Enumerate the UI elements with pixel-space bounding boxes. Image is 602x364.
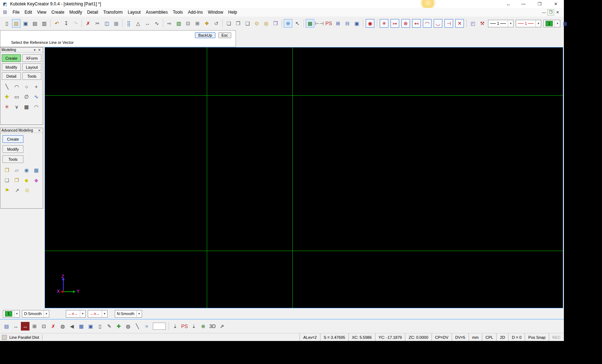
fillet-icon[interactable]: ◠ (32, 103, 41, 111)
modeling-layout-button[interactable]: Layout (22, 63, 41, 71)
modeling-modify-button[interactable]: Modify (2, 63, 21, 71)
menu-transform[interactable]: Transform (101, 8, 125, 16)
paste-icon[interactable]: ▦ (112, 19, 120, 28)
rectangle-create-icon[interactable]: ▭ (12, 93, 21, 101)
grid-snap-icon[interactable]: ⊞ (30, 322, 39, 331)
backup-button[interactable]: BackUp (195, 32, 215, 38)
layout-grid-icon[interactable]: ⊞ (334, 19, 342, 28)
status-cpl[interactable]: CPL (482, 333, 496, 341)
chamfer-icon[interactable]: ∨ (12, 103, 21, 111)
flag-icon[interactable]: ⚑ (3, 186, 12, 194)
status-2d[interactable]: 2D (496, 333, 508, 341)
snap-perp-icon[interactable]: ⊣ (444, 19, 453, 28)
dimension-style-combo-1[interactable]: ←п→ ▾ (66, 310, 86, 318)
solid-block-icon[interactable]: ❒ (3, 166, 11, 174)
grid-fit-icon[interactable]: ⊡ (40, 322, 48, 331)
status-cplane[interactable]: CP=DV (432, 333, 452, 341)
snap-intersect-icon[interactable]: ✕ (455, 19, 464, 28)
menu-add-ins[interactable]: Add-Ins (186, 8, 205, 16)
arrow-up-icon[interactable]: ↗ (13, 186, 22, 194)
chevron-down-icon[interactable]: ▾ (535, 20, 541, 27)
prism-pink-icon[interactable]: ◆ (32, 176, 41, 184)
customize-tools-icon[interactable]: ⚒ (478, 19, 487, 28)
zoom-target-icon[interactable]: ◉ (366, 19, 374, 28)
chevron-down-icon[interactable]: ▾ (14, 310, 19, 317)
snap-center-icon[interactable]: ⊗ (401, 19, 410, 28)
spline-sketch-icon[interactable]: ≈ (142, 322, 151, 331)
ps-vue-small-icon[interactable]: PS (180, 322, 189, 331)
menu-create[interactable]: Create (49, 8, 67, 16)
status-units[interactable]: mm (469, 333, 482, 341)
modeling-xform-button[interactable]: XForm (22, 54, 41, 62)
mode-2d3d-icon[interactable]: 3D (208, 322, 217, 331)
dim-horizontal-icon[interactable]: ↔ (12, 322, 20, 331)
measure-ruler-icon[interactable]: ⊢⊣ (315, 19, 324, 28)
snap-end-right-icon[interactable]: ↤ (412, 19, 421, 28)
esc-button[interactable]: Esc (218, 32, 231, 38)
copy-icon[interactable]: ◫ (102, 19, 111, 28)
line-style-combo[interactable]: 1 ▾ (488, 20, 514, 27)
chevron-down-icon[interactable]: ▾ (80, 310, 85, 317)
open-file-icon[interactable]: ▨ (12, 19, 20, 28)
surface-sweep-icon[interactable]: ▱ (12, 166, 21, 174)
fit-view-icon[interactable]: ⊡ (184, 19, 192, 28)
save-icon[interactable]: ▣ (21, 19, 30, 28)
level-combo-top[interactable]: 1 ▾ (543, 20, 560, 27)
modeling-tools-button[interactable]: Tools (22, 72, 41, 80)
delta-move-icon[interactable]: △ (134, 19, 142, 28)
child-restore-button[interactable]: ❐ (547, 9, 554, 15)
delete-icon[interactable]: ✗ (84, 19, 92, 28)
entity-export-icon[interactable]: ⇨ (165, 19, 174, 28)
curve-drop-icon[interactable]: ⇣ (171, 322, 179, 331)
print-icon[interactable]: ▤ (31, 19, 39, 28)
line-create-icon[interactable]: ╲ (3, 83, 11, 91)
blend-solid-icon[interactable]: ❏ (3, 176, 11, 184)
point-plus-icon[interactable]: ✚ (3, 93, 11, 101)
menu-tools[interactable]: Tools (170, 8, 186, 16)
form-editor-icon[interactable]: ▤ (2, 322, 11, 331)
spline-create-icon[interactable]: ∿ (32, 93, 41, 101)
menu-help[interactable]: Help (226, 8, 240, 16)
bulb-icon[interactable]: ⊙ (23, 186, 32, 194)
table-icon[interactable]: ▦ (22, 103, 31, 111)
arc-create-icon[interactable]: ◠ (12, 83, 21, 91)
advanced-create-button[interactable]: Create (3, 135, 23, 143)
level-grid-icon[interactable]: ▦ (563, 21, 567, 26)
status-alev[interactable]: ALev=2 (300, 333, 320, 341)
pan-hand-icon[interactable]: ❖ (202, 19, 211, 28)
select-cursor-icon[interactable]: ↖ (293, 19, 302, 28)
toolbar-input-field[interactable] (153, 323, 166, 330)
stretch-icon[interactable]: ↔ (143, 19, 152, 28)
close-icon[interactable]: ✕ (37, 129, 42, 132)
menu-edit[interactable]: Edit (22, 8, 35, 16)
modeling-detail-button[interactable]: Detail (2, 72, 21, 80)
snap-end-left-icon[interactable]: ↦ (391, 19, 399, 28)
solid-cylinder2-icon[interactable]: ◎ (262, 19, 270, 28)
menu-modify[interactable]: Modify (67, 8, 85, 16)
advanced-modify-button[interactable]: Modify (3, 145, 23, 153)
render-sphere-icon[interactable]: ◍ (124, 322, 132, 331)
download-icon[interactable]: ↧ (62, 19, 70, 28)
status-pos-snap[interactable]: Pos Snap (525, 333, 549, 341)
cut-icon[interactable]: ✂ (93, 19, 102, 28)
point-create-icon[interactable]: + (32, 83, 41, 91)
shaded-sphere-icon[interactable]: ◍ (58, 322, 67, 331)
view-cube-top-icon[interactable]: ❑ (243, 19, 252, 28)
menu-view[interactable]: View (35, 8, 49, 16)
chevron-down-icon[interactable]: ▾ (136, 310, 142, 317)
solid-cylinder-icon[interactable]: ⊙ (252, 19, 261, 28)
multi-line-icon[interactable]: ✳ (3, 103, 11, 111)
dim-horizontal-active-icon[interactable]: ↔ (21, 322, 29, 331)
modeling-create-button[interactable]: Create (2, 54, 21, 62)
mesh-sphere-icon[interactable]: ◉ (22, 166, 31, 174)
chevron-down-icon[interactable]: ▾ (44, 310, 49, 317)
close-icon[interactable]: ✕ (37, 48, 42, 52)
line-color-combo[interactable]: 1 ▾ (516, 20, 541, 27)
status-dv[interactable]: DV=5 (452, 333, 469, 341)
annotate-pen-icon[interactable]: ✎ (105, 322, 114, 331)
wcs-globe-icon[interactable]: ⊕ (284, 19, 292, 28)
child-close-button[interactable]: ✕ (554, 9, 561, 15)
new-sketch-icon[interactable]: ▯ (96, 322, 104, 331)
pattern-solid-icon[interactable]: ▩ (32, 166, 41, 174)
menu-layout[interactable]: Layout (125, 8, 143, 16)
